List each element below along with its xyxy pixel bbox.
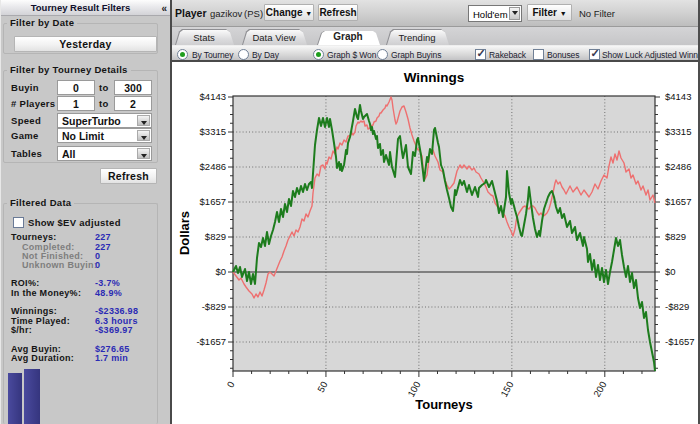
svg-text:$2486: $2486 [665, 161, 691, 172]
svg-text:$0: $0 [215, 266, 226, 277]
svg-text:Winnings: Winnings [404, 70, 465, 85]
svg-text:$2486: $2486 [200, 161, 226, 172]
svg-text:150: 150 [498, 380, 515, 399]
svg-text:$3315: $3315 [665, 126, 691, 137]
svg-text:$829: $829 [665, 231, 686, 242]
svg-text:$3315: $3315 [200, 126, 226, 137]
svg-text:200: 200 [591, 380, 608, 399]
svg-text:$0: $0 [665, 266, 676, 277]
svg-text:50: 50 [315, 380, 330, 395]
svg-text:$1657: $1657 [665, 196, 691, 207]
svg-text:-$829: -$829 [665, 301, 689, 312]
svg-text:100: 100 [405, 380, 422, 399]
svg-text:$829: $829 [205, 231, 226, 242]
svg-text:-$1657: -$1657 [665, 336, 695, 347]
svg-text:-$1657: -$1657 [196, 336, 226, 347]
svg-text:$1657: $1657 [200, 196, 226, 207]
svg-text:$4143: $4143 [200, 91, 226, 102]
svg-text:Tourneys: Tourneys [415, 397, 473, 412]
svg-text:-$829: -$829 [202, 301, 226, 312]
svg-text:0: 0 [225, 380, 237, 390]
svg-text:Dollars: Dollars [177, 211, 192, 255]
svg-text:$4143: $4143 [665, 91, 691, 102]
